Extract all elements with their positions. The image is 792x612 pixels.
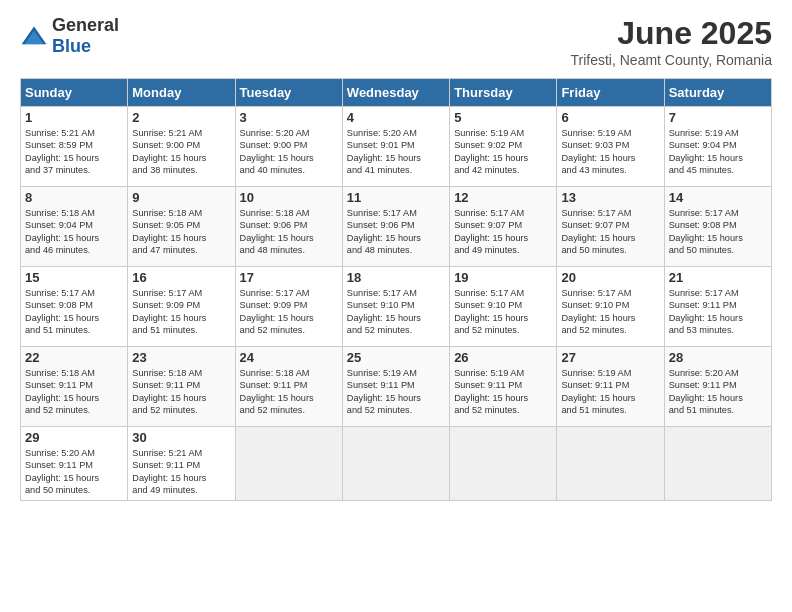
calendar-table: Sunday Monday Tuesday Wednesday Thursday… (20, 78, 772, 501)
cell-text: Sunrise: 5:18 AM Sunset: 9:06 PM Dayligh… (240, 207, 338, 257)
day-number: 14 (669, 190, 767, 205)
day-number: 27 (561, 350, 659, 365)
day-number: 16 (132, 270, 230, 285)
day-number: 7 (669, 110, 767, 125)
table-row (235, 427, 342, 501)
table-row: 18Sunrise: 5:17 AM Sunset: 9:10 PM Dayli… (342, 267, 449, 347)
table-row: 25Sunrise: 5:19 AM Sunset: 9:11 PM Dayli… (342, 347, 449, 427)
cell-text: Sunrise: 5:20 AM Sunset: 9:11 PM Dayligh… (25, 447, 123, 497)
table-row: 22Sunrise: 5:18 AM Sunset: 9:11 PM Dayli… (21, 347, 128, 427)
cell-text: Sunrise: 5:17 AM Sunset: 9:10 PM Dayligh… (561, 287, 659, 337)
table-row (342, 427, 449, 501)
cell-text: Sunrise: 5:21 AM Sunset: 9:11 PM Dayligh… (132, 447, 230, 497)
day-number: 15 (25, 270, 123, 285)
table-row: 12Sunrise: 5:17 AM Sunset: 9:07 PM Dayli… (450, 187, 557, 267)
table-row: 30Sunrise: 5:21 AM Sunset: 9:11 PM Dayli… (128, 427, 235, 501)
day-number: 5 (454, 110, 552, 125)
day-number: 13 (561, 190, 659, 205)
cell-text: Sunrise: 5:17 AM Sunset: 9:09 PM Dayligh… (132, 287, 230, 337)
cell-text: Sunrise: 5:18 AM Sunset: 9:05 PM Dayligh… (132, 207, 230, 257)
day-number: 20 (561, 270, 659, 285)
cell-text: Sunrise: 5:19 AM Sunset: 9:11 PM Dayligh… (347, 367, 445, 417)
table-row: 7Sunrise: 5:19 AM Sunset: 9:04 PM Daylig… (664, 107, 771, 187)
table-row: 8Sunrise: 5:18 AM Sunset: 9:04 PM Daylig… (21, 187, 128, 267)
day-number: 23 (132, 350, 230, 365)
day-number: 30 (132, 430, 230, 445)
cell-text: Sunrise: 5:17 AM Sunset: 9:07 PM Dayligh… (454, 207, 552, 257)
table-row (557, 427, 664, 501)
cell-text: Sunrise: 5:17 AM Sunset: 9:11 PM Dayligh… (669, 287, 767, 337)
table-row: 21Sunrise: 5:17 AM Sunset: 9:11 PM Dayli… (664, 267, 771, 347)
day-number: 18 (347, 270, 445, 285)
table-row: 3Sunrise: 5:20 AM Sunset: 9:00 PM Daylig… (235, 107, 342, 187)
cell-text: Sunrise: 5:17 AM Sunset: 9:09 PM Dayligh… (240, 287, 338, 337)
day-number: 8 (25, 190, 123, 205)
table-row (664, 427, 771, 501)
table-row: 2Sunrise: 5:21 AM Sunset: 9:00 PM Daylig… (128, 107, 235, 187)
subtitle: Trifesti, Neamt County, Romania (570, 52, 772, 68)
cell-text: Sunrise: 5:18 AM Sunset: 9:11 PM Dayligh… (25, 367, 123, 417)
logo: General Blue (20, 15, 119, 57)
table-row: 19Sunrise: 5:17 AM Sunset: 9:10 PM Dayli… (450, 267, 557, 347)
day-number: 9 (132, 190, 230, 205)
table-row: 17Sunrise: 5:17 AM Sunset: 9:09 PM Dayli… (235, 267, 342, 347)
day-number: 24 (240, 350, 338, 365)
logo-text: General Blue (52, 15, 119, 57)
cell-text: Sunrise: 5:18 AM Sunset: 9:04 PM Dayligh… (25, 207, 123, 257)
day-number: 10 (240, 190, 338, 205)
table-row: 29Sunrise: 5:20 AM Sunset: 9:11 PM Dayli… (21, 427, 128, 501)
day-number: 28 (669, 350, 767, 365)
table-row (450, 427, 557, 501)
cell-text: Sunrise: 5:17 AM Sunset: 9:08 PM Dayligh… (669, 207, 767, 257)
table-row: 4Sunrise: 5:20 AM Sunset: 9:01 PM Daylig… (342, 107, 449, 187)
table-row: 5Sunrise: 5:19 AM Sunset: 9:02 PM Daylig… (450, 107, 557, 187)
cell-text: Sunrise: 5:17 AM Sunset: 9:06 PM Dayligh… (347, 207, 445, 257)
table-row: 9Sunrise: 5:18 AM Sunset: 9:05 PM Daylig… (128, 187, 235, 267)
table-row: 14Sunrise: 5:17 AM Sunset: 9:08 PM Dayli… (664, 187, 771, 267)
table-row: 11Sunrise: 5:17 AM Sunset: 9:06 PM Dayli… (342, 187, 449, 267)
table-row: 20Sunrise: 5:17 AM Sunset: 9:10 PM Dayli… (557, 267, 664, 347)
table-row: 1Sunrise: 5:21 AM Sunset: 8:59 PM Daylig… (21, 107, 128, 187)
page: General Blue June 2025 Trifesti, Neamt C… (0, 0, 792, 612)
col-friday: Friday (557, 79, 664, 107)
cell-text: Sunrise: 5:19 AM Sunset: 9:04 PM Dayligh… (669, 127, 767, 177)
table-row: 24Sunrise: 5:18 AM Sunset: 9:11 PM Dayli… (235, 347, 342, 427)
table-row: 16Sunrise: 5:17 AM Sunset: 9:09 PM Dayli… (128, 267, 235, 347)
cell-text: Sunrise: 5:21 AM Sunset: 8:59 PM Dayligh… (25, 127, 123, 177)
logo-blue: Blue (52, 36, 91, 56)
cell-text: Sunrise: 5:19 AM Sunset: 9:03 PM Dayligh… (561, 127, 659, 177)
cell-text: Sunrise: 5:20 AM Sunset: 9:00 PM Dayligh… (240, 127, 338, 177)
cell-text: Sunrise: 5:18 AM Sunset: 9:11 PM Dayligh… (132, 367, 230, 417)
table-row: 6Sunrise: 5:19 AM Sunset: 9:03 PM Daylig… (557, 107, 664, 187)
cell-text: Sunrise: 5:17 AM Sunset: 9:10 PM Dayligh… (454, 287, 552, 337)
day-number: 1 (25, 110, 123, 125)
cell-text: Sunrise: 5:19 AM Sunset: 9:11 PM Dayligh… (454, 367, 552, 417)
table-row: 13Sunrise: 5:17 AM Sunset: 9:07 PM Dayli… (557, 187, 664, 267)
table-row: 15Sunrise: 5:17 AM Sunset: 9:08 PM Dayli… (21, 267, 128, 347)
calendar-header-row: Sunday Monday Tuesday Wednesday Thursday… (21, 79, 772, 107)
table-row: 26Sunrise: 5:19 AM Sunset: 9:11 PM Dayli… (450, 347, 557, 427)
col-tuesday: Tuesday (235, 79, 342, 107)
col-saturday: Saturday (664, 79, 771, 107)
col-monday: Monday (128, 79, 235, 107)
table-row: 28Sunrise: 5:20 AM Sunset: 9:11 PM Dayli… (664, 347, 771, 427)
cell-text: Sunrise: 5:18 AM Sunset: 9:11 PM Dayligh… (240, 367, 338, 417)
cell-text: Sunrise: 5:21 AM Sunset: 9:00 PM Dayligh… (132, 127, 230, 177)
day-number: 22 (25, 350, 123, 365)
table-row: 10Sunrise: 5:18 AM Sunset: 9:06 PM Dayli… (235, 187, 342, 267)
cell-text: Sunrise: 5:20 AM Sunset: 9:11 PM Dayligh… (669, 367, 767, 417)
day-number: 2 (132, 110, 230, 125)
day-number: 12 (454, 190, 552, 205)
cell-text: Sunrise: 5:20 AM Sunset: 9:01 PM Dayligh… (347, 127, 445, 177)
header: General Blue June 2025 Trifesti, Neamt C… (20, 15, 772, 68)
day-number: 29 (25, 430, 123, 445)
cell-text: Sunrise: 5:19 AM Sunset: 9:02 PM Dayligh… (454, 127, 552, 177)
logo-general: General (52, 15, 119, 35)
table-row: 23Sunrise: 5:18 AM Sunset: 9:11 PM Dayli… (128, 347, 235, 427)
cell-text: Sunrise: 5:19 AM Sunset: 9:11 PM Dayligh… (561, 367, 659, 417)
day-number: 19 (454, 270, 552, 285)
day-number: 25 (347, 350, 445, 365)
col-wednesday: Wednesday (342, 79, 449, 107)
table-row: 27Sunrise: 5:19 AM Sunset: 9:11 PM Dayli… (557, 347, 664, 427)
day-number: 3 (240, 110, 338, 125)
